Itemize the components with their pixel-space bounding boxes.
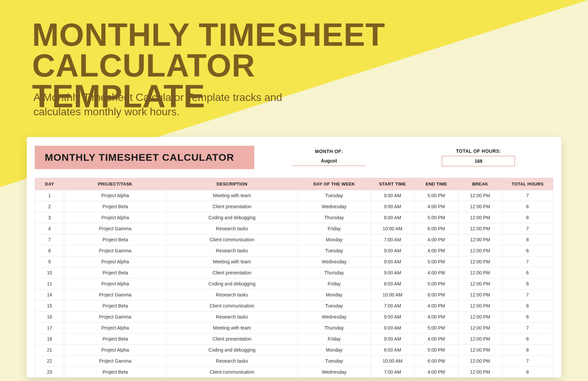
cell-start: 9:00 AM <box>371 323 414 334</box>
cell-end: 5:00 PM <box>414 278 458 289</box>
cell-start: 10:00 AM <box>371 356 414 367</box>
table-row: 1Project AlphaMeeting with teamTuesday9:… <box>35 190 553 201</box>
cell-end: 4:00 PM <box>414 234 458 245</box>
cell-project: Project Beta <box>64 367 166 378</box>
total-hours-value: 168 <box>442 156 515 166</box>
cell-total: 7 <box>502 356 553 367</box>
cell-day: 7 <box>35 234 64 245</box>
cell-start: 9:00 AM <box>371 201 414 212</box>
cell-end: 5:00 PM <box>414 212 458 223</box>
month-block: MONTH OF: August <box>254 146 404 169</box>
cell-end: 5:00 PM <box>414 345 458 356</box>
cell-break: 12:00 PM <box>458 367 502 378</box>
total-hours-block: TOTAL OF HOURS: 168 <box>404 146 553 169</box>
cell-start: 7:00 AM <box>371 300 414 311</box>
cell-description: Client communication <box>166 300 298 311</box>
cell-description: Coding and debugging <box>166 345 298 356</box>
cell-end: 4:00 PM <box>414 300 458 311</box>
table-row: 11Project AlphaCoding and debuggingFrida… <box>35 278 553 289</box>
cell-day: 10 <box>35 267 64 278</box>
cell-start: 9:00 AM <box>371 334 414 345</box>
cell-end: 4:00 PM <box>414 311 458 323</box>
cell-description: Research tasks <box>166 311 298 323</box>
cell-project: Project Alpha <box>64 256 166 267</box>
cell-break: 12:00 PM <box>458 345 502 356</box>
cell-end: 4:00 PM <box>414 267 458 278</box>
template-canvas: MONTHLY TIMESHEET CALCULATOR TEMPLATE A … <box>0 0 588 381</box>
col-break: BREAK <box>458 178 502 190</box>
cell-break: 12:00 PM <box>458 201 502 212</box>
cell-description: Client communication <box>166 234 298 245</box>
cell-project: Project Alpha <box>64 190 166 201</box>
cell-break: 12:00 PM <box>458 300 502 311</box>
table-row: 21Project AlphaCoding and debuggingMonda… <box>35 345 553 356</box>
cell-dow: Wednesday <box>298 201 371 212</box>
cell-day: 16 <box>35 311 64 323</box>
cell-dow: Tuesday <box>298 190 371 201</box>
cell-end: 5:00 PM <box>414 256 458 267</box>
cell-break: 12:00 PM <box>458 323 502 334</box>
col-project: PROJECT/TASK <box>64 178 166 190</box>
cell-total: 7 <box>502 256 553 267</box>
cell-start: 8:00 AM <box>371 278 414 289</box>
table-row: 10Project BetaClient presentationThursda… <box>35 267 553 278</box>
cell-total: 8 <box>502 300 553 311</box>
cell-description: Research tasks <box>166 245 298 256</box>
cell-total: 8 <box>502 278 553 289</box>
col-description: DESCRIPTION <box>166 178 298 190</box>
cell-dow: Friday <box>298 334 371 345</box>
cell-day: 21 <box>35 345 64 356</box>
table-row: 15Project BetaClient communicationTuesda… <box>35 300 553 311</box>
cell-total: 8 <box>502 212 553 223</box>
cell-total: 7 <box>502 190 553 201</box>
cell-project: Project Beta <box>64 201 166 212</box>
col-start: START TIME <box>371 178 414 190</box>
table-row: 8Project GammaResearch tasksTuesday9:00 … <box>35 245 553 256</box>
cell-break: 12:00 PM <box>458 256 502 267</box>
cell-dow: Monday <box>298 289 371 300</box>
cell-total: 8 <box>502 234 553 245</box>
sheet-title: MONTHLY TIMESHEET CALCULATOR <box>45 152 234 163</box>
cell-dow: Tuesday <box>298 356 371 367</box>
total-hours-label: TOTAL OF HOURS: <box>456 148 501 154</box>
cell-end: 6:00 PM <box>414 289 458 300</box>
table-row: 7Project BetaClient communicationMonday7… <box>35 234 553 245</box>
col-total: TOTAL HOURS <box>502 178 553 190</box>
cell-start: 8:00 AM <box>371 212 414 223</box>
cell-description: Client presentation <box>166 267 298 278</box>
cell-description: Meeting with team <box>166 256 298 267</box>
cell-total: 7 <box>502 323 553 334</box>
cell-day: 22 <box>35 356 64 367</box>
cell-break: 12:00 PM <box>458 267 502 278</box>
cell-break: 12:00 PM <box>458 278 502 289</box>
cell-total: 7 <box>502 289 553 300</box>
month-label: MONTH OF: <box>315 149 343 154</box>
cell-dow: Monday <box>298 234 371 245</box>
timesheet-card: MONTHLY TIMESHEET CALCULATOR MONTH OF: A… <box>27 137 561 378</box>
cell-dow: Friday <box>298 223 371 234</box>
table-row: 9Project AlphaMeeting with teamWednesday… <box>35 256 553 267</box>
cell-description: Meeting with team <box>166 323 298 334</box>
table-row: 14Project GammaResearch tasksMonday10:00… <box>35 289 553 300</box>
cell-day: 1 <box>35 190 64 201</box>
cell-end: 5:00 PM <box>414 190 458 201</box>
table-row: 2Project BetaClient presentationWednesda… <box>35 201 553 212</box>
cell-project: Project Alpha <box>64 345 166 356</box>
cell-end: 6:00 PM <box>414 223 458 234</box>
cell-total: 6 <box>502 201 553 212</box>
cell-total: 8 <box>502 367 553 378</box>
cell-dow: Tuesday <box>298 300 371 311</box>
cell-end: 4:00 PM <box>414 367 458 378</box>
table-row: 22Project GammaResearch tasksTuesday10:0… <box>35 356 553 367</box>
cell-day: 18 <box>35 334 64 345</box>
cell-end: 4:00 PM <box>414 201 458 212</box>
cell-start: 10:00 AM <box>371 223 414 234</box>
cell-project: Project Beta <box>64 334 166 345</box>
cell-end: 4:00 PM <box>414 245 458 256</box>
cell-dow: Wednesday <box>298 256 371 267</box>
cell-day: 17 <box>35 323 64 334</box>
cell-start: 7:00 AM <box>371 367 414 378</box>
cell-break: 12:00 PM <box>458 190 502 201</box>
cell-break: 12:00 PM <box>458 223 502 234</box>
hero-subtitle: A Monthly Timesheet Calculator Template … <box>33 90 307 119</box>
